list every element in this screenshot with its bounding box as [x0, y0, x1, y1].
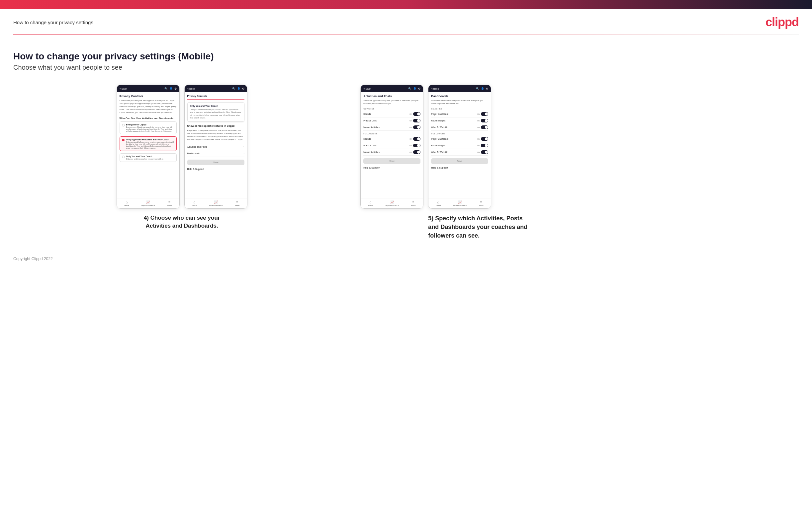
footer-home-4[interactable]: ⌂ Home [436, 201, 441, 206]
save-button-4[interactable]: Save [431, 158, 488, 164]
right-block: < Back 🔍 👤 ⚙ Activities and Posts Select… [360, 84, 799, 240]
home-icon-3: ⌂ [370, 201, 372, 204]
menu-icon-1: ≡ [168, 201, 170, 204]
save-button-2[interactable]: Save [187, 160, 244, 165]
chevron-dashboards: › [244, 152, 244, 155]
toggle-switch-drills-followers[interactable] [413, 144, 420, 147]
settings-icon-3[interactable]: ⚙ [418, 87, 420, 90]
footer-performance-label-1: My Performance [142, 205, 155, 206]
toggle-switch-manual-followers[interactable] [413, 150, 420, 154]
settings-icon-2[interactable]: ⚙ [242, 87, 244, 90]
phone-1-footer: ⌂ Home 📈 My Performance ≡ Menu [117, 198, 179, 208]
toggle-switch-whattowork-coaches[interactable] [481, 125, 488, 129]
option-coach[interactable]: Only You and Your Coach Only you and the… [119, 153, 177, 162]
home-icon-1: ⌂ [125, 201, 128, 204]
toggle-switch-manual-coaches[interactable] [413, 125, 420, 129]
toggle-switch-rounds-coaches[interactable] [413, 112, 420, 116]
toggle-switch-whattowork-followers[interactable] [481, 150, 488, 154]
help-label-4: Help & Support [431, 167, 488, 169]
whattowork-coaches-label: What To Work On [431, 126, 448, 128]
footer-performance-label-4: My Performance [453, 205, 466, 206]
settings-icon-4[interactable]: ⚙ [486, 87, 488, 90]
option-followers[interactable]: Only Approved Followers and Your Coach O… [119, 136, 177, 151]
footer-menu-1[interactable]: ≡ Menu [167, 201, 172, 206]
show-hide-text: Regardless of the privacy controls that … [187, 129, 244, 141]
save-button-3[interactable]: Save [363, 158, 420, 164]
phone-1-back[interactable]: < Back [119, 87, 127, 90]
list-activities-label: Activities and Posts [187, 146, 208, 148]
rounds-followers-label: Rounds [363, 138, 371, 140]
on-label-ri-c: ON [477, 120, 480, 122]
toggle-switch-drills-coaches[interactable] [413, 119, 420, 122]
toggle-drills-coaches: Practice Drills ON [363, 117, 420, 124]
footer-menu-label-4: Menu [479, 205, 484, 206]
footer-home-label-1: Home [124, 205, 129, 206]
main-content: How to change your privacy settings (Mob… [0, 35, 812, 281]
chevron-activities: › [244, 145, 244, 148]
phone-3-desc: Select the types of activity that you'd … [363, 99, 420, 105]
footer-menu-label-1: Menu [167, 205, 172, 206]
person-icon-2[interactable]: 👤 [237, 87, 241, 90]
phone-1-body: Privacy Controls Control how you and you… [117, 92, 179, 198]
on-label-ri-f: ON [477, 145, 480, 147]
phone-2-icons: 🔍 👤 ⚙ [232, 87, 244, 90]
person-icon[interactable]: 👤 [169, 87, 173, 90]
search-icon-2[interactable]: 🔍 [232, 87, 236, 90]
phone-4-back[interactable]: < Back [431, 87, 439, 90]
privacy-controls-tab[interactable]: Privacy Controls [187, 95, 207, 99]
footer-performance-1[interactable]: 📈 My Performance [142, 201, 155, 206]
toggle-switch-playerdash-followers[interactable] [481, 137, 488, 141]
settings-icon[interactable]: ⚙ [174, 87, 177, 90]
phone-4-body: Dashboards Select the dashboards that yo… [428, 92, 491, 198]
footer-home-label-3: Home [368, 205, 373, 206]
footer-home-2[interactable]: ⌂ Home [192, 201, 197, 206]
search-icon-4[interactable]: 🔍 [476, 87, 479, 90]
toggle-whattowork-coaches: What To Work On ON [431, 124, 488, 131]
list-activities[interactable]: Activities and Posts › [187, 144, 244, 150]
footer-performance-label-3: My Performance [385, 205, 399, 206]
roundinsights-coaches-label: Round Insights [431, 119, 445, 122]
footer-home-label-4: Home [436, 205, 441, 206]
footer-performance-2[interactable]: 📈 My Performance [209, 201, 222, 206]
footer-menu-4[interactable]: ≡ Menu [479, 201, 484, 206]
phone-2-body: Privacy Controls Only You and Your Coach… [185, 92, 247, 198]
person-icon-4[interactable]: 👤 [481, 87, 484, 90]
list-dashboards[interactable]: Dashboards › [187, 150, 244, 157]
footer-performance-4[interactable]: 📈 My Performance [453, 201, 466, 206]
footer-menu-label-2: Menu [235, 205, 240, 206]
chart-icon-3: 📈 [390, 201, 394, 204]
toggle-switch-rounds-followers[interactable] [413, 137, 420, 141]
footer-home-3[interactable]: ⌂ Home [368, 201, 373, 206]
on-label-d-c: ON [409, 120, 412, 122]
phone-4-section-title: Dashboards [431, 95, 488, 98]
list-dashboards-label: Dashboards [187, 152, 200, 155]
chart-icon-2: 📈 [214, 201, 218, 204]
manual-coaches-label: Manual Activities [363, 126, 379, 128]
left-block: < Back 🔍 👤 ⚙ Privacy Controls Control ho… [13, 84, 350, 230]
followers-label-3: FOLLOWERS [363, 133, 420, 135]
rounds-coaches-label: Rounds [363, 113, 371, 115]
footer-performance-3[interactable]: 📈 My Performance [385, 201, 399, 206]
header: How to change your privacy settings clip… [0, 9, 812, 34]
phone-2-back[interactable]: < Back [187, 87, 195, 90]
toggle-playerdash-coaches: Player Dashboard ON [431, 111, 488, 117]
footer-home-1[interactable]: ⌂ Home [124, 201, 129, 206]
phone-2-header: < Back 🔍 👤 ⚙ [185, 85, 247, 92]
toggle-playerdash-followers: Player Dashboard ON [431, 136, 488, 143]
radio-dot-everyone [122, 124, 124, 126]
option-everyone[interactable]: Everyone on Clippd Everyone on Clippd ca… [119, 121, 177, 134]
search-icon-3[interactable]: 🔍 [408, 87, 411, 90]
phone-3-back[interactable]: < Back [363, 87, 371, 90]
on-label-m-f: ON [409, 151, 412, 153]
on-label-ww-f: ON [477, 151, 480, 153]
footer-menu-2[interactable]: ≡ Menu [235, 201, 240, 206]
menu-icon-2: ≡ [236, 201, 238, 204]
home-icon-4: ⌂ [438, 201, 439, 204]
toggle-switch-roundinsights-coaches[interactable] [481, 119, 488, 122]
drills-followers-label: Practice Drills [363, 144, 376, 147]
search-icon[interactable]: 🔍 [164, 87, 168, 90]
toggle-switch-playerdash-coaches[interactable] [481, 112, 488, 116]
toggle-switch-roundinsights-followers[interactable] [481, 144, 488, 147]
footer-menu-3[interactable]: ≡ Menu [411, 201, 416, 206]
person-icon-3[interactable]: 👤 [413, 87, 416, 90]
